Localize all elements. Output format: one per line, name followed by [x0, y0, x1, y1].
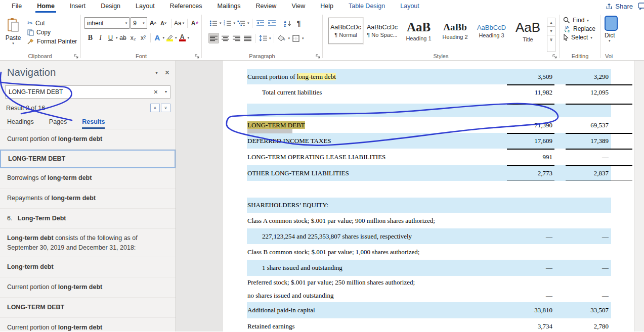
table-row[interactable]: Class B common stock; $.001 par value; 1…: [223, 244, 634, 260]
shading-button[interactable]: [277, 33, 287, 43]
style-card-heading-1[interactable]: AaBHeading 1: [401, 18, 436, 44]
search-result-item[interactable]: Current portion of long-term debt: [0, 129, 176, 150]
subscript-button[interactable]: x₂: [128, 32, 138, 43]
font-dialog-launcher[interactable]: [195, 54, 199, 59]
table-row[interactable]: Current portion of long-term debt3,5093,…: [223, 69, 634, 84]
style-card-title[interactable]: AaBTitle: [510, 18, 545, 44]
table-spacer-row[interactable]: [223, 104, 634, 117]
table-row[interactable]: LONG-TERM DEBT71,39069,537: [223, 117, 634, 133]
change-case-button[interactable]: Aa▾: [174, 18, 185, 28]
next-result-button[interactable]: ∨: [161, 104, 170, 112]
align-center-button[interactable]: [220, 33, 230, 43]
font-color-button[interactable]: A: [178, 32, 187, 43]
navigation-pane-options-dropdown[interactable]: ▾: [148, 68, 165, 77]
select-button[interactable]: Select ▾: [563, 34, 600, 41]
search-result-item[interactable]: Current portion of long-term debt: [0, 277, 176, 298]
replace-button[interactable]: bc Replace: [563, 25, 600, 32]
borders-button[interactable]: [291, 33, 301, 43]
table-row[interactable]: SHAREHOLDERS’ EQUITY:: [223, 198, 634, 213]
align-right-button[interactable]: [231, 33, 241, 43]
tab-mailings[interactable]: Mailings: [210, 0, 248, 13]
align-left-button[interactable]: [208, 33, 219, 43]
search-result-item[interactable]: Long-term debt: [0, 257, 176, 277]
tab-table-design[interactable]: Table Design: [341, 0, 393, 13]
document-page[interactable]: Current portion of long-term debt3,5093,…: [223, 61, 634, 331]
dictate-dropdown[interactable]: ▾: [609, 39, 611, 42]
paragraph-dialog-launcher[interactable]: [316, 54, 320, 59]
shading-dropdown[interactable]: ▾: [288, 36, 290, 40]
underline-button[interactable]: U: [106, 32, 115, 43]
table-row[interactable]: 1 share issued and outstanding——: [223, 260, 634, 276]
numbering-dropdown[interactable]: ▾: [234, 21, 236, 25]
grow-font-button[interactable]: A˄: [148, 18, 158, 28]
comment-icon[interactable]: [638, 2, 644, 11]
italic-button[interactable]: I: [96, 32, 105, 43]
styles-dialog-launcher[interactable]: [552, 54, 557, 59]
clear-formatting-button[interactable]: A: [190, 18, 200, 28]
styles-scroll-up[interactable]: ▴: [547, 18, 555, 27]
tab-file[interactable]: File: [4, 0, 29, 13]
table-row[interactable]: LONG-TERM OPERATING LEASE LIABILITIES991…: [223, 149, 634, 165]
line-spacing-button[interactable]: [258, 33, 268, 43]
previous-result-button[interactable]: ∧: [150, 104, 160, 112]
find-button[interactable]: Find ▾: [563, 17, 600, 24]
tab-references[interactable]: References: [162, 0, 210, 13]
search-clear-icon[interactable]: ×: [150, 88, 162, 96]
tab-design[interactable]: Design: [93, 0, 128, 13]
superscript-button[interactable]: x²: [139, 32, 148, 43]
share-button[interactable]: Share: [606, 3, 633, 10]
bullets-dropdown[interactable]: ▾: [220, 21, 222, 25]
strikethrough-button[interactable]: ab: [118, 32, 128, 43]
table-row[interactable]: DEFERRED INCOME TAXES17,60917,389: [223, 133, 634, 149]
copy-button[interactable]: Copy: [27, 29, 77, 36]
highlight-button[interactable]: [165, 32, 175, 43]
line-spacing-dropdown[interactable]: ▾: [269, 36, 271, 40]
font-size-combobox[interactable]: 9 ▾: [131, 17, 147, 29]
search-options-dropdown[interactable]: ▾: [162, 90, 167, 94]
table-row[interactable]: Class A common stock; $.001 par value; 9…: [223, 213, 634, 228]
highlight-dropdown[interactable]: ▾: [175, 36, 177, 39]
tab-layout[interactable]: Layout: [393, 0, 427, 13]
style-card-heading-3[interactable]: AaBbCcDHeading 3: [474, 18, 509, 44]
search-result-item[interactable]: LONG-TERM DEBT: [0, 150, 176, 168]
paste-button[interactable]: Paste ▾: [2, 15, 24, 52]
table-row[interactable]: OTHER LONG-TERM LIABILITIES2,7732,837: [223, 165, 634, 181]
table-row[interactable]: no shares issued and outstanding——: [223, 289, 634, 302]
tab-help[interactable]: Help: [313, 0, 341, 13]
table-row[interactable]: Additional paid-in capital33,81033,507: [223, 302, 634, 318]
nav-tab-results[interactable]: Results: [82, 116, 105, 129]
text-effects-dropdown[interactable]: ▾: [163, 36, 165, 39]
search-result-item[interactable]: Current portion of long-term debt: [0, 318, 176, 331]
search-result-item[interactable]: 6. Long-Term Debt: [0, 209, 176, 229]
decrease-indent-button[interactable]: [255, 18, 266, 28]
nav-tab-pages[interactable]: Pages: [49, 116, 67, 129]
table-row[interactable]: Retained earnings3,7342,780: [223, 318, 634, 331]
numbering-button[interactable]: 123: [223, 18, 233, 28]
table-row[interactable]: 227,123,254 and 225,353,807 shares issue…: [223, 228, 634, 244]
tab-home[interactable]: Home: [29, 0, 62, 13]
borders-dropdown[interactable]: ▾: [302, 36, 304, 40]
cut-button[interactable]: ✂ Cut: [27, 19, 77, 27]
search-result-item[interactable]: LONG-TERM DEBT: [0, 298, 176, 318]
tab-view[interactable]: View: [284, 0, 313, 13]
dictate-button[interactable]: Dict: [605, 32, 615, 39]
navigation-pane-close-button[interactable]: ×: [165, 69, 169, 77]
shrink-font-button[interactable]: A˅: [159, 18, 168, 28]
styles-scroll-down[interactable]: ▾: [547, 27, 555, 35]
table-row[interactable]: Preferred stock; $.001 par value; 250 mi…: [223, 276, 634, 289]
search-result-item[interactable]: Repayments of long-term debt: [0, 188, 176, 209]
style-card-heading-2[interactable]: AaBbHeading 2: [438, 18, 473, 44]
nav-tab-headings[interactable]: Headings: [7, 116, 34, 129]
paste-dropdown[interactable]: ▾: [12, 41, 14, 45]
justify-button[interactable]: [242, 33, 252, 43]
search-result-item[interactable]: Long-term debt consists of the following…: [0, 229, 176, 257]
style-card--normal[interactable]: AaBbCcDc¶ Normal: [328, 18, 363, 44]
increase-indent-button[interactable]: [267, 18, 277, 28]
sort-button[interactable]: AZ: [283, 18, 293, 28]
font-color-dropdown[interactable]: ▾: [188, 36, 190, 39]
multilevel-list-button[interactable]: [236, 18, 246, 28]
table-row[interactable]: Total current liabilities11,98212,095: [223, 84, 634, 100]
style-card--no-spac-[interactable]: AaBbCcDc¶ No Spac...: [365, 18, 400, 44]
tab-layout[interactable]: Layout: [128, 0, 162, 13]
tab-insert[interactable]: Insert: [62, 0, 93, 13]
